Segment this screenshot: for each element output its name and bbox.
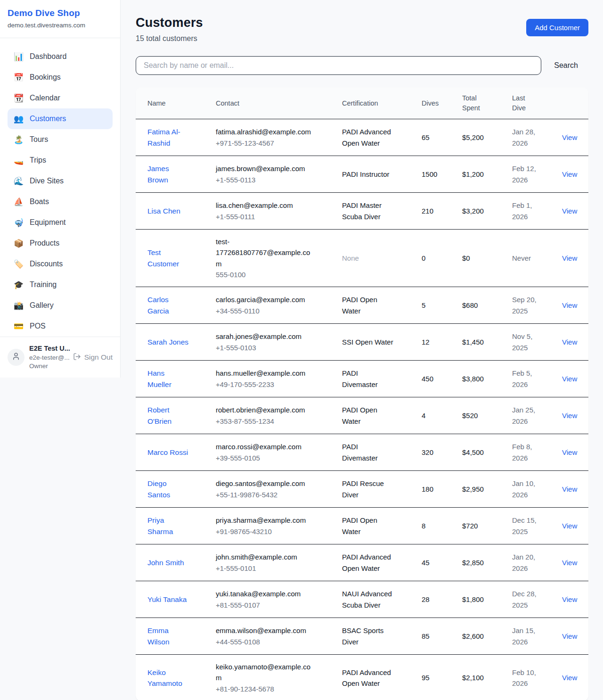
customer-certification: PADI Advanced Open Water — [342, 667, 395, 689]
column-header-contact: Contact — [210, 88, 336, 119]
sidebar-item-equipment[interactable]: 🤿 Equipment — [8, 212, 113, 233]
sidebar-item-boats[interactable]: ⛵ Boats — [8, 191, 113, 212]
sidebar-item-label: Customers — [30, 115, 66, 123]
user-footer: E2E Test U... e2e-tester@... Owner Sign … — [0, 337, 120, 378]
table-body: Fatima Al-Rashid fatima.alrashid@example… — [136, 119, 588, 700]
customer-certification: PADI Advanced Open Water — [342, 552, 395, 574]
customer-phone: +81-555-0107 — [216, 600, 314, 610]
customer-phone: +34-555-0110 — [216, 305, 314, 316]
customer-name-link[interactable]: Carlos Garcia — [147, 294, 190, 316]
customer-phone: +1-555-0101 — [216, 563, 314, 574]
customer-email: fatima.alrashid@example.com — [216, 126, 314, 137]
customer-dives: 28 — [416, 581, 456, 618]
customers-table: Name Contact Certification Dives Total S… — [136, 88, 588, 700]
sidebar-item-label: Equipment — [30, 218, 66, 227]
customer-name-link[interactable]: Keiko Yamamoto — [147, 667, 190, 689]
customer-name-link[interactable]: Diego Santos — [147, 478, 190, 500]
sign-out-button[interactable]: Sign Out — [73, 353, 113, 362]
customer-certification: SSI Open Water — [342, 337, 393, 347]
column-header-last-dive: Last Dive — [506, 88, 556, 119]
customer-name-link[interactable]: Robert O'Brien — [147, 404, 190, 427]
view-link[interactable]: View — [562, 254, 577, 262]
search-button[interactable]: Search — [554, 61, 578, 70]
table-row: Priya Sharma priya.sharma@example.com +9… — [136, 508, 588, 544]
customer-name-link[interactable]: Marco Rossi — [147, 447, 188, 458]
table-row: Robert O'Brien robert.obrien@example.com… — [136, 397, 588, 434]
sidebar-item-label: Calendar — [30, 94, 60, 102]
sidebar-item-pos[interactable]: 💳 POS — [8, 316, 113, 337]
add-customer-button[interactable]: Add Customer — [526, 19, 588, 36]
customer-name-link[interactable]: Yuki Tanaka — [147, 594, 187, 605]
customer-dives: 4 — [416, 397, 456, 434]
customer-certification: PADI Master Scuba Diver — [342, 200, 395, 222]
sidebar-item-tours[interactable]: 🏝️ Tours — [8, 129, 113, 150]
customer-last-dive: Feb 5, 2026 — [512, 368, 538, 390]
view-link[interactable]: View — [562, 595, 577, 603]
view-link[interactable]: View — [562, 559, 577, 567]
customer-name-link[interactable]: Lisa Chen — [147, 206, 180, 216]
view-link[interactable]: View — [562, 375, 577, 383]
customer-last-dive: Jan 20, 2026 — [512, 552, 538, 574]
customer-phone: +1-555-0113 — [216, 174, 314, 185]
customer-certification: PADI Open Water — [342, 404, 395, 427]
table-row: Emma Wilson emma.wilson@example.com +44-… — [136, 618, 588, 655]
sidebar-item-trips[interactable]: 🚤 Trips — [8, 150, 113, 171]
view-link[interactable]: View — [562, 338, 577, 346]
sidebar-item-label: Training — [30, 280, 57, 289]
search-input[interactable] — [136, 56, 541, 75]
customer-dives: 180 — [416, 471, 456, 508]
main-content: Customers 15 total customers Add Custome… — [121, 0, 603, 700]
customers-table-card: Name Contact Certification Dives Total S… — [136, 88, 588, 700]
customer-name-link[interactable]: John Smith — [147, 557, 184, 568]
customer-email: priya.sharma@example.com — [216, 515, 314, 526]
sidebar-item-training[interactable]: 🎓 Training — [8, 274, 113, 295]
customer-name-link[interactable]: Test Customer — [147, 247, 190, 269]
sidebar: Demo Dive Shop demo.test.divestreams.com… — [0, 0, 121, 378]
sidebar-item-calendar[interactable]: 📆 Calendar — [8, 88, 113, 108]
sidebar-item-products[interactable]: 📦 Products — [8, 233, 113, 254]
sidebar-item-dashboard[interactable]: 📊 Dashboard — [8, 46, 113, 67]
customer-certification: PADI Open Water — [342, 294, 395, 316]
sidebar-item-customers[interactable]: 👥 Customers — [8, 108, 113, 129]
shop-domain: demo.test.divestreams.com — [8, 22, 113, 29]
sidebar-item-label: Trips — [30, 156, 46, 165]
sidebar-item-label: POS — [30, 322, 46, 330]
view-link[interactable]: View — [562, 412, 577, 420]
customer-email: test-1772681807767@example.com — [216, 236, 314, 269]
gallery-icon: 📸 — [14, 302, 24, 310]
sidebar-item-label: Bookings — [30, 73, 61, 82]
view-link[interactable]: View — [562, 448, 577, 456]
sidebar-item-gallery[interactable]: 📸 Gallery — [8, 295, 113, 316]
customer-name-link[interactable]: Priya Sharma — [147, 515, 190, 537]
customer-certification: PADI Rescue Diver — [342, 478, 395, 500]
view-link[interactable]: View — [562, 485, 577, 493]
view-link[interactable]: View — [562, 170, 577, 178]
column-header-actions — [556, 88, 588, 119]
customer-name-link[interactable]: Fatima Al-Rashid — [147, 126, 190, 148]
sidebar-item-bookings[interactable]: 📅 Bookings — [8, 67, 113, 88]
view-link[interactable]: View — [562, 522, 577, 530]
sidebar-item-discounts[interactable]: 🏷️ Discounts — [8, 254, 113, 274]
dashboard-icon: 📊 — [14, 53, 24, 61]
table-row: Marco Rossi marco.rossi@example.com +39-… — [136, 434, 588, 471]
sidebar-item-label: Boats — [30, 198, 49, 206]
customer-name-link[interactable]: Sarah Jones — [147, 337, 188, 347]
column-header-certification: Certification — [336, 88, 416, 119]
customer-name-link[interactable]: Hans Mueller — [147, 368, 190, 390]
customer-name-link[interactable]: Emma Wilson — [147, 625, 190, 647]
customer-dives: 1500 — [416, 156, 456, 193]
customer-total-spent: $3,800 — [456, 361, 506, 397]
customer-total-spent: $2,600 — [456, 618, 506, 655]
view-link[interactable]: View — [562, 301, 577, 309]
view-link[interactable]: View — [562, 133, 577, 141]
view-link[interactable]: View — [562, 674, 577, 682]
view-link[interactable]: View — [562, 207, 577, 215]
sidebar-item-dive-sites[interactable]: 🌊 Dive Sites — [8, 171, 113, 191]
table-row: Test Customer test-1772681807767@example… — [136, 230, 588, 287]
customer-total-spent: $1,450 — [456, 324, 506, 361]
customer-last-dive: Sep 20, 2025 — [512, 294, 538, 316]
customer-name-link[interactable]: James Brown — [147, 163, 190, 185]
view-link[interactable]: View — [562, 632, 577, 640]
customer-last-dive: Feb 8, 2026 — [512, 441, 538, 463]
customer-dives: 85 — [416, 618, 456, 655]
